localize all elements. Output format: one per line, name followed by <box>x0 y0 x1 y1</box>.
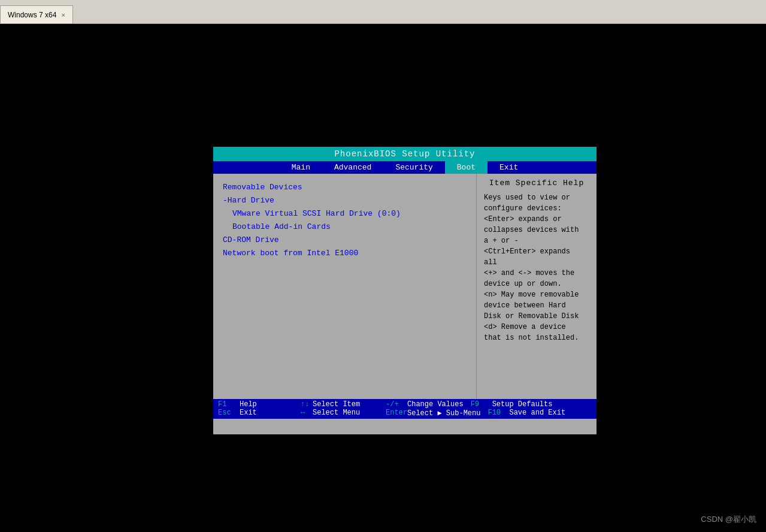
bios-footer: F1 Help ↑↓ Select Item -/+ Change Values… <box>213 399 597 419</box>
footer-label-select-submenu: Select ▶ Sub-Menu <box>407 409 480 418</box>
browser-tab[interactable]: Windows 7 x64 × <box>0 5 73 23</box>
footer-key-f9: F9 <box>471 400 492 409</box>
footer-label-exit: Exit <box>240 409 293 418</box>
footer-row-1: F1 Help ↑↓ Select Item -/+ Change Values… <box>218 400 592 409</box>
help-title: Item Specific Help <box>484 179 589 188</box>
menu-item-exit[interactable]: Exit <box>488 161 530 174</box>
bios-content: Removable Devices -Hard Drive VMware Vir… <box>213 174 597 399</box>
footer-key-minusplus: -/+ <box>386 400 407 409</box>
bios-left-panel: Removable Devices -Hard Drive VMware Vir… <box>213 174 477 399</box>
footer-label-help: Help <box>240 400 293 409</box>
footer-row-2: Esc Exit ↔ Select Menu Enter Select ▶ Su… <box>218 409 592 418</box>
boot-item-1[interactable]: -Hard Drive <box>223 194 467 207</box>
footer-key-f1: F1 <box>218 400 240 409</box>
boot-item-2[interactable]: VMware Virtual SCSI Hard Drive (0:0) <box>223 207 467 220</box>
boot-item-5[interactable]: Network boot from Intel E1000 <box>223 247 467 260</box>
tab-bar: Windows 7 x64 × <box>0 0 766 24</box>
close-tab-button[interactable]: × <box>61 11 65 19</box>
footer-label-change-values: Change Values <box>407 400 464 409</box>
boot-item-4[interactable]: CD-ROM Drive <box>223 234 467 247</box>
boot-item-3[interactable]: Bootable Add-in Cards <box>223 220 467 234</box>
menu-item-advanced[interactable]: Advanced <box>322 161 383 174</box>
watermark: CSDN @翟小凯 <box>701 514 756 525</box>
boot-item-0[interactable]: Removable Devices <box>223 181 467 194</box>
footer-label-setup-defaults: Setup Defaults <box>492 400 553 409</box>
menu-item-security[interactable]: Security <box>383 161 444 174</box>
menu-item-boot[interactable]: Boot <box>445 161 488 174</box>
footer-icon-leftright: ↔ <box>301 409 313 418</box>
footer-key-f10: F10 <box>488 409 509 418</box>
bios-title: PhoenixBIOS Setup Utility <box>213 147 597 161</box>
footer-key-enter: Enter <box>386 409 407 418</box>
bios-window: PhoenixBIOS Setup Utility Main Advanced … <box>213 147 597 434</box>
footer-key-esc: Esc <box>218 409 240 418</box>
footer-action-select-menu: Select Menu <box>313 409 379 418</box>
footer-label-save-exit: Save and Exit <box>509 409 565 418</box>
bios-menu-bar: Main Advanced Security Boot Exit <box>213 161 597 174</box>
help-text: Keys used to view orconfigure devices:<E… <box>484 192 589 343</box>
footer-icon-updown: ↑↓ <box>301 400 313 409</box>
bios-right-panel: Item Specific Help Keys used to view orc… <box>477 174 597 399</box>
tab-label: Windows 7 x64 <box>8 11 56 19</box>
menu-item-main[interactable]: Main <box>280 161 322 174</box>
footer-action-select-item: Select Item <box>313 400 379 409</box>
